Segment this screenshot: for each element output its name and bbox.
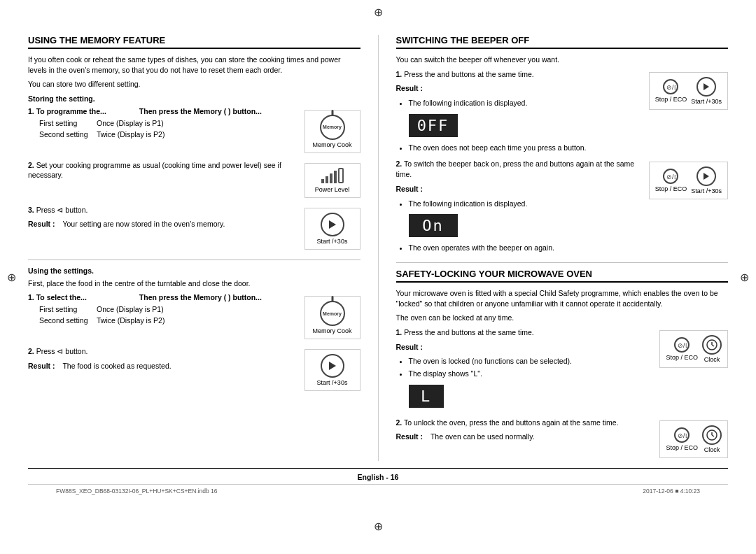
power-level-icon	[321, 168, 344, 183]
step2-block: Power Level 2. Set your cooking programm…	[28, 160, 360, 201]
clock-face-icon-1	[706, 339, 718, 351]
start-button-box-1: Start /+30s	[304, 208, 360, 250]
svg-text:⊘/⊡: ⊘/⊡	[666, 84, 676, 91]
memory-icon-text-2: Memory	[323, 311, 342, 316]
safety-result1-label: Result :	[396, 343, 424, 351]
power-level-label: Power Level	[315, 186, 350, 193]
svg-marker-3	[704, 83, 709, 90]
start-30s-icon-1	[696, 77, 716, 97]
bottom-compass-icon: ⊕	[374, 520, 383, 533]
beeper-result2-bullet1: The following indication is displayed.	[409, 199, 729, 209]
memory-cook-label: Memory Cook	[312, 141, 351, 148]
start-30s-icon-2	[696, 166, 716, 186]
step4-header: 1. To select the... Then press the Memor…	[28, 293, 299, 301]
step1-row1-col2: Once (Display is P1)	[97, 118, 167, 128]
start-group-2: Start /+30s	[691, 166, 722, 194]
stop-eco-label-2: Stop / ECO	[655, 185, 687, 192]
stop-eco-icon-3: ⊘/⊡	[674, 337, 690, 353]
beeper-result2-bullet2: The oven operates with the beeper on aga…	[409, 243, 729, 253]
start-label-1: Start /+30s	[317, 238, 348, 245]
page-label: English - 16	[358, 473, 399, 481]
clock-group-1: Clock	[702, 335, 722, 363]
safety-display-L: L	[409, 382, 729, 411]
stop-eco-group-2: ⊘/⊡ Stop / ECO	[655, 169, 687, 192]
memory-icon-2: Memory	[320, 301, 345, 326]
step1-instruction: Then press the Memory ( ) button...	[139, 107, 299, 115]
start-label-2: Start /+30s	[317, 379, 348, 386]
beeper-intro: You can switch the beeper off whenever y…	[396, 55, 729, 65]
power-level-button-box: Power Level	[304, 163, 360, 198]
beeper-step2-buttons: ⊘/⊡ Stop / ECO Start /+30s	[649, 162, 728, 199]
step1-row1-col1: First setting	[39, 118, 95, 128]
beeper-result2-bullets-2: The oven operates with the beeper on aga…	[396, 243, 729, 253]
step3-num: 3.	[28, 206, 34, 214]
step1-num: 1. To programme the...	[28, 107, 131, 115]
display-off-box: 0FF	[409, 114, 458, 137]
stop-inner-icon-3: ⊘/⊡	[677, 340, 687, 350]
svg-text:⊘/⊡: ⊘/⊡	[678, 432, 687, 439]
safety-title: SAFETY-LOCKING YOUR MICROWAVE OVEN	[396, 269, 729, 283]
stop-eco-group-4: ⊘/⊡ Stop / ECO	[666, 427, 698, 451]
step4-num: 1. To select the...	[28, 293, 131, 301]
beeper-step1-block: ⊘/⊡ Stop / ECO Start /+30s	[396, 69, 729, 155]
result-label-2: Result :	[28, 362, 55, 370]
footer-bar: FW88S_XEO_DB68-03132I-06_PL+HU+SK+CS+EN.…	[28, 484, 728, 497]
memory-cook-button-box-2: Memory Memory Cook	[304, 296, 360, 339]
step1-row2-col2: Twice (Display is P2)	[97, 129, 167, 139]
svg-marker-5	[704, 173, 709, 180]
left-section-title: USING THE MEMORY FEATURE	[28, 35, 360, 49]
triangle-icon	[327, 219, 338, 230]
step4-table: First setting Once (Display is P1) Secon…	[38, 303, 169, 327]
start-30s-label-1: Start /+30s	[691, 98, 722, 105]
stop-circle-icon-4: ⊘/⊡	[674, 427, 690, 443]
table-row: Second setting Twice (Display is P2)	[39, 315, 167, 325]
stop-inner-icon-4: ⊘/⊡	[677, 430, 687, 440]
step4-row2-col1: Second setting	[39, 315, 95, 325]
memory-icon-text: Memory	[323, 125, 342, 129]
beeper-title: SWITCHING THE BEEPER OFF	[396, 35, 729, 49]
second-para: You can store two different setting.	[28, 79, 360, 90]
step1-table: First setting Once (Display is P1) Secon…	[38, 117, 169, 141]
left-column: USING THE MEMORY FEATURE If you often co…	[28, 35, 379, 461]
using-settings-label: Using the settings.	[28, 266, 360, 276]
start-button-box-2: Start /+30s	[304, 349, 360, 391]
safety-step1-block: ⊘/⊡ Stop / ECO	[396, 327, 729, 413]
beeper-display-on: On	[409, 211, 729, 240]
result-text-2: The food is cooked as requested.	[62, 362, 171, 370]
stop-inner-icon-2: ⊘/⊡	[666, 171, 676, 181]
safety-step1-buttons: ⊘/⊡ Stop / ECO	[659, 330, 728, 368]
clock-icon-2	[702, 425, 722, 445]
stop-eco-icon-2: ⊘/⊡	[663, 169, 678, 184]
safety-intro: Your microwave oven is fitted with a spe…	[396, 288, 729, 308]
doc-ref: FW88S_XEO_DB68-03132I-06_PL+HU+SK+CS+EN.…	[56, 488, 218, 495]
safety-result2-label: Result :	[396, 432, 424, 441]
svg-text:⊘/⊡: ⊘/⊡	[666, 173, 676, 180]
start-triangle-icon-2	[702, 172, 710, 180]
memory-cook-button-box: Memory Memory Cook	[304, 110, 360, 153]
footer-date: 2017-12-06 ■ 4:10:23	[643, 488, 700, 495]
clock-label-2: Clock	[704, 446, 720, 453]
main-content: USING THE MEMORY FEATURE If you often co…	[28, 21, 728, 461]
step3-block: Start /+30s 3. Press ⊲ button. Result : …	[28, 205, 360, 253]
safety-step1-num: 1.	[396, 328, 402, 336]
step1-block: Memory Memory Cook 1. To programme the..…	[28, 107, 360, 156]
using-settings-text: First, place the food in the centre of t…	[28, 278, 360, 289]
table-row: First setting Once (Display is P1)	[39, 304, 167, 314]
beeper-display-off: 0FF	[409, 111, 729, 140]
safety-step2-num: 2.	[396, 418, 402, 427]
intro-text: If you often cook or reheat the same typ…	[28, 55, 360, 75]
stop-eco-label-1: Stop / ECO	[655, 96, 687, 103]
svg-line-9	[712, 345, 714, 346]
stop-eco-group-3: ⊘/⊡ Stop / ECO	[666, 337, 698, 361]
right-column: SWITCHING THE BEEPER OFF You can switch …	[379, 35, 729, 461]
step4-row1-col1: First setting	[39, 304, 95, 314]
stop-eco-label-3: Stop / ECO	[666, 354, 698, 361]
beeper-step1-buttons: ⊘/⊡ Stop / ECO Start /+30s	[649, 72, 728, 110]
stop-circle-icon-2: ⊘/⊡	[663, 169, 678, 184]
left-compass-icon: ⊕	[7, 271, 16, 284]
step4-instruction: Then press the Memory ( ) button...	[139, 293, 299, 301]
right-divider	[396, 262, 729, 263]
start-group-1: Start /+30s	[691, 77, 722, 105]
stop-eco-group-1: ⊘/⊡ Stop / ECO	[655, 79, 687, 103]
top-compass-icon: ⊕	[374, 6, 383, 19]
